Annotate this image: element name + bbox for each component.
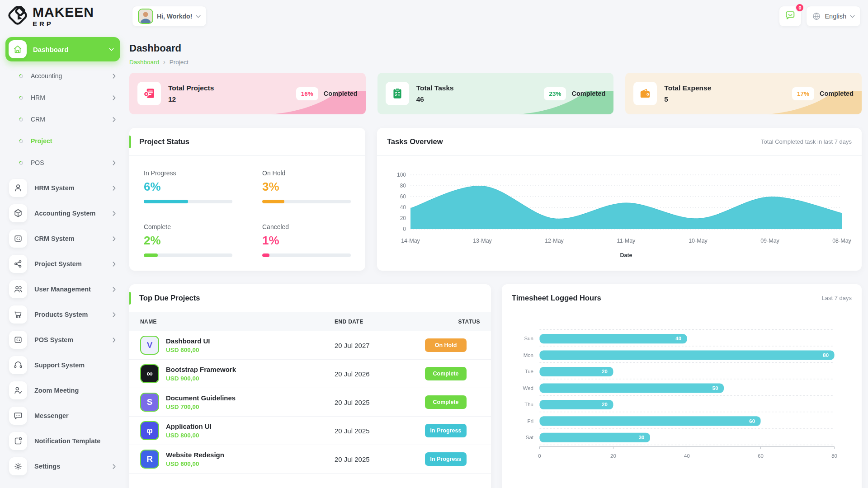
bullet-icon xyxy=(18,95,24,101)
language-label: English xyxy=(825,13,846,20)
project-name: Website Redesign xyxy=(166,451,224,459)
table-row[interactable]: φ Application UI USD 800,00 20 Jul 2025 … xyxy=(129,417,491,445)
stat-cards: Total Projects 12 16% Completed Total Ta… xyxy=(129,73,862,114)
sidebar-item-dashboard[interactable]: Dashboard xyxy=(5,37,120,61)
sidebar-item-label: Notification Template xyxy=(34,437,113,445)
sidebar-item[interactable]: Settings xyxy=(5,454,120,479)
project-end-date: 20 Jul 2025 xyxy=(324,445,414,474)
project-name: Application UI xyxy=(166,422,212,430)
breadcrumb-dashboard-link[interactable]: Dashboard xyxy=(129,59,159,66)
top-due-projects-title: Top Due Projects xyxy=(139,294,200,302)
sidebar-item[interactable]: CRM System xyxy=(5,226,120,251)
progress-track xyxy=(262,253,351,257)
table-row[interactable]: S Document Guidelines USD 700,00 20 Jul … xyxy=(129,388,491,417)
bootstrap-logo: ∞ xyxy=(140,364,159,383)
stat-completed-label: Completed xyxy=(820,90,854,97)
sidebar-item[interactable]: Zoom Meeting xyxy=(5,378,120,403)
stat-percent-badge: 16% xyxy=(296,87,318,100)
sidebar-item[interactable]: Products System xyxy=(5,302,120,327)
sidebar-item[interactable]: POS System xyxy=(5,327,120,352)
chevron-down-icon xyxy=(109,48,114,51)
chevron-right-icon xyxy=(113,464,116,469)
stat-completed-label: Completed xyxy=(571,90,605,97)
top-due-projects-card: Top Due Projects NAME END DATE STATUS xyxy=(129,284,491,488)
sidebar-sub-item-label: HRM xyxy=(31,94,113,101)
status-item: In Progress 6% xyxy=(144,169,232,203)
messages-button[interactable]: 0 xyxy=(779,6,802,27)
share-icon xyxy=(9,255,27,273)
sidebar-item[interactable]: Messenger xyxy=(5,403,120,428)
stat-value: 12 xyxy=(168,95,214,103)
main-content: Dashboard Dashboard › Project Total Proj… xyxy=(126,33,868,488)
sidebar-item-label: Dashboard xyxy=(33,46,103,53)
column-header-status: STATUS xyxy=(414,312,491,331)
svg-text:50: 50 xyxy=(712,385,718,391)
page-title: Dashboard xyxy=(129,42,862,54)
sidebar-item-label: Products System xyxy=(34,311,113,318)
status-badge: In Progress xyxy=(425,424,467,437)
table-header-row: NAME END DATE STATUS xyxy=(129,312,491,331)
sidebar-sub-list: Accounting HRM CRM Project xyxy=(5,65,120,174)
sidebar-item-label: Messenger xyxy=(34,412,113,419)
status-item: On Hold 3% xyxy=(262,169,351,203)
sidebar-sub-item-label: Project xyxy=(31,137,113,145)
sidebar-menu: HRM System Accounting System CRM System … xyxy=(5,175,120,479)
tasks-overview-title: Tasks Overview xyxy=(387,137,443,146)
project-end-date: 20 Jul 2026 xyxy=(324,360,414,388)
sidebar-sub-item[interactable]: POS xyxy=(5,152,120,174)
globe-icon xyxy=(812,12,821,21)
tasks-overview-chart: 02040608010014-May13-May12-May11-May10-M… xyxy=(382,162,857,264)
sidebar-item[interactable]: HRM System xyxy=(5,175,120,201)
svg-text:Mon: Mon xyxy=(524,352,533,358)
svg-text:0: 0 xyxy=(403,226,406,232)
chat-icon xyxy=(784,9,796,23)
sidebar-item[interactable]: Notification Template xyxy=(5,428,120,454)
brand-logo[interactable]: MAKEEN ERP xyxy=(7,5,126,28)
breadcrumb-separator: › xyxy=(163,58,165,66)
project-price: USD 600,00 xyxy=(166,347,210,353)
stat-card: Total Expense 5 17% Completed xyxy=(625,73,862,114)
sidebar: Dashboard Accounting HRM CRM xyxy=(0,33,126,488)
sidebar-sub-item[interactable]: CRM xyxy=(5,108,120,130)
sidebar-item[interactable]: User Management xyxy=(5,277,120,302)
svg-text:20: 20 xyxy=(602,402,608,407)
progress-fill xyxy=(262,253,269,257)
website-redesign-logo: R xyxy=(140,450,159,469)
user-check-icon xyxy=(9,381,27,399)
language-selector[interactable]: English xyxy=(806,6,861,27)
chat-icon xyxy=(9,407,27,425)
cube-icon xyxy=(9,204,27,222)
svg-text:40: 40 xyxy=(675,336,681,341)
users-icon xyxy=(9,280,27,298)
sidebar-sub-item[interactable]: HRM xyxy=(5,87,120,108)
sidebar-item[interactable]: Accounting System xyxy=(5,201,120,226)
svg-text:10-May: 10-May xyxy=(689,238,708,244)
svg-text:30: 30 xyxy=(639,435,645,440)
user-menu[interactable]: Hi, Workdo! xyxy=(132,6,207,27)
sidebar-sub-item[interactable]: Project xyxy=(5,130,120,152)
sidebar-sub-item[interactable]: Accounting xyxy=(5,65,120,87)
sidebar-item[interactable]: Project System xyxy=(5,251,120,277)
bullet-icon xyxy=(18,160,24,166)
svg-text:Thu: Thu xyxy=(524,402,533,407)
status-percent: 3% xyxy=(262,180,351,194)
table-row[interactable]: V Dashboard UI USD 600,00 20 Jul 2027 On… xyxy=(129,331,491,360)
breadcrumb: Dashboard › Project xyxy=(129,58,862,66)
sidebar-item[interactable]: Support System xyxy=(5,352,120,378)
status-percent: 1% xyxy=(262,234,351,248)
svg-text:80: 80 xyxy=(400,183,406,189)
status-label: Canceled xyxy=(262,223,351,230)
table-row[interactable]: R Website Redesign USD 600,00 20 Jul 202… xyxy=(129,445,491,474)
avatar xyxy=(138,9,153,24)
stat-title: Total Projects xyxy=(168,84,214,92)
tasks-overview-card: Tasks Overview Total Completed task in l… xyxy=(377,128,862,271)
stat-card: Total Projects 12 16% Completed xyxy=(129,73,366,114)
status-badge: On Hold xyxy=(425,338,467,352)
stat-value: 46 xyxy=(416,95,454,103)
svg-text:60: 60 xyxy=(758,453,764,459)
table-row[interactable]: ∞ Bootstrap Framework USD 900,00 20 Jul … xyxy=(129,360,491,388)
brand-sub: ERP xyxy=(33,20,94,27)
stat-value: 5 xyxy=(664,95,711,103)
progress-fill xyxy=(144,253,158,257)
status-label: Complete xyxy=(144,223,232,230)
